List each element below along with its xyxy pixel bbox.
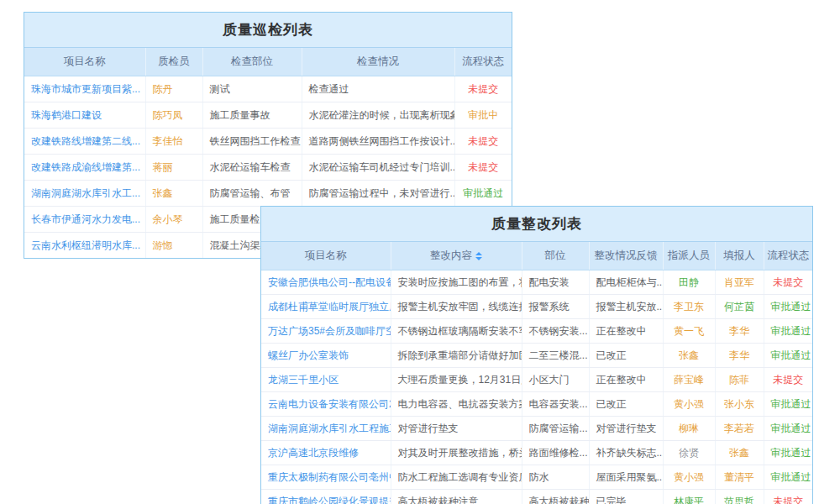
project-name-link[interactable]: 湖南洞庭湖水库引水工程施工...: [261, 417, 391, 441]
assignee-name: 李卫东: [663, 295, 715, 319]
feedback-cell: 已改正: [589, 392, 663, 417]
part-cell: 小区大门: [522, 368, 589, 392]
project-name-link[interactable]: 螺丝厂办公室装饰: [261, 344, 391, 368]
sort-descending-icon[interactable]: [475, 257, 482, 260]
project-name-link[interactable]: 改建铁路线增建第二线...: [24, 129, 145, 155]
rectification-header-row: 项目名称 整改内容 部位 整改情况反馈 指派人员 填报人 流程状态: [261, 242, 812, 270]
project-name-link[interactable]: 改建铁路成渝线增建第...: [24, 155, 145, 181]
feedback-cell: 已改正: [589, 344, 663, 368]
part-cell: 高大梧被栽种: [522, 490, 589, 504]
inspector-name: 游惚: [145, 233, 202, 259]
rectification-table-row[interactable]: 螺丝厂办公室装饰 拆除到承重墙部分请做好加固... 二至三楼混... 已改正 张…: [261, 344, 812, 368]
flow-status-badge: 未提交: [454, 76, 512, 102]
flow-status-badge: 审批通过: [764, 392, 812, 417]
project-name-link[interactable]: 珠海市城市更新项目紫...: [24, 76, 145, 102]
sort-icon[interactable]: [475, 252, 482, 260]
flow-status-badge: 审批通过: [764, 344, 812, 368]
project-name-link[interactable]: 重庆市鹅岭公园绿化景观提升...: [261, 490, 391, 504]
inspection-part-cell: 铁丝网围挡工作检查: [202, 129, 302, 155]
project-name-link[interactable]: 重庆太极制药有限公司亳州中...: [261, 465, 391, 490]
assignee-name: 徐贤: [663, 441, 715, 465]
rectify-content-cell: 安装时应按施工图的布置，将...: [391, 270, 522, 295]
inspection-table-row[interactable]: 珠海鹤港口建设 陈巧凤 施工质量事故 水泥砼灌注的时候，出现离析现象 审批中: [24, 102, 512, 129]
project-name-link[interactable]: 湖南洞庭湖水库引水工...: [24, 181, 145, 207]
reporter-name: 李华: [715, 344, 764, 368]
project-name-link[interactable]: 万达广场35#会所及咖啡厅空...: [261, 319, 391, 344]
inspection-part-cell: 防腐管运输、布管: [202, 181, 302, 207]
rectification-table-row[interactable]: 京沪高速北京段维修 对其及时开展整改措施，桥头... 路面维修检... 补齐缺失…: [261, 441, 812, 465]
flow-status-badge: 审批通过: [764, 465, 812, 490]
part-cell: 报警系统: [522, 295, 589, 319]
flow-status-badge: 审批通过: [764, 417, 812, 441]
assignee-name: 张鑫: [663, 344, 715, 368]
rectification-table: 项目名称 整改内容 部位 整改情况反馈 指派人员 填报人 流程状态 安徽合肥供电…: [261, 242, 812, 504]
rectification-table-row[interactable]: 龙湖三千里小区 大理石质量更换，12月31日之... 小区大门 正在整改中 薛宝…: [261, 368, 812, 392]
project-name-link[interactable]: 成都杜甫草堂临时展厅独立展...: [261, 295, 391, 319]
sort-ascending-icon[interactable]: [475, 252, 482, 255]
col-header-inspection-part: 检查部位: [202, 48, 302, 76]
rectify-content-cell: 对其及时开展整改措施，桥头...: [391, 441, 522, 465]
flow-status-badge: 审批通过: [764, 295, 812, 319]
flow-status-badge: 未提交: [764, 490, 812, 504]
rectification-table-row[interactable]: 万达广场35#会所及咖啡厅空... 不锈钢边框玻璃隔断安装不牢... 不锈钢安装…: [261, 319, 812, 344]
inspection-situation-cell: 检查通过: [302, 76, 454, 102]
inspection-table-row[interactable]: 改建铁路成渝线增建第... 蒋丽 水泥砼运输车检查 水泥砼运输车司机经过专门培训…: [24, 155, 512, 181]
rectification-table-row[interactable]: 成都杜甫草堂临时展厅独立展... 报警主机安放牢固，线缆连接... 报警系统 报…: [261, 295, 812, 319]
inspection-table-row[interactable]: 珠海市城市更新项目紫... 陈丹 测试 检查通过 未提交: [24, 76, 512, 102]
project-name-link[interactable]: 长春市伊通河水力发电...: [24, 207, 145, 233]
reporter-name: 张小东: [715, 392, 764, 417]
rectify-content-cell: 不锈钢边框玻璃隔断安装不牢...: [391, 319, 522, 344]
flow-status-badge: 未提交: [454, 155, 512, 181]
inspection-part-cell: 施工质量事故: [202, 102, 302, 129]
part-cell: 防水: [522, 465, 589, 490]
feedback-cell: 补齐缺失标志...: [589, 441, 663, 465]
part-cell: 二至三楼混...: [522, 344, 589, 368]
rectification-list-title: 质量整改列表: [261, 207, 812, 242]
project-name-link[interactable]: 京沪高速北京段维修: [261, 441, 391, 465]
rectify-content-cell: 拆除到承重墙部分请做好加固...: [391, 344, 522, 368]
col-header-inspection-situation: 检查情况: [302, 48, 454, 76]
inspection-table-row[interactable]: 改建铁路线增建第二线... 李佳怡 铁丝网围挡工作检查 道路两侧铁丝网围挡工作按…: [24, 129, 512, 155]
inspection-table-row[interactable]: 湖南洞庭湖水库引水工... 张鑫 防腐管运输、布管 防腐管运输过程中，未对管进行…: [24, 181, 512, 207]
col-header-rectify-content-label: 整改内容: [430, 249, 472, 261]
reporter-name: 张鑫: [715, 441, 764, 465]
reporter-name: 肖亚军: [715, 270, 764, 295]
flow-status-badge: 审批通过: [764, 319, 812, 344]
feedback-cell: 对管进行垫支: [589, 417, 663, 441]
project-name-link[interactable]: 云南电力设备安装有限公司20...: [261, 392, 391, 417]
part-cell: 电容器安装...: [522, 392, 589, 417]
inspection-list-title: 质量巡检列表: [24, 13, 512, 48]
col-header-part: 部位: [522, 242, 589, 270]
reporter-name: 范思哲: [715, 490, 764, 504]
inspection-situation-cell: 防腐管运输过程中，未对管进行...: [302, 181, 454, 207]
rectification-table-row[interactable]: 重庆市鹅岭公园绿化景观提升... 高大梧被栽种注意 高大梧被栽种 已完毕 林康平…: [261, 490, 812, 504]
project-name-link[interactable]: 云南水利枢纽潜明水库...: [24, 233, 145, 259]
flow-status-badge: 未提交: [764, 368, 812, 392]
assignee-name: 田静: [663, 270, 715, 295]
reporter-name: 李华: [715, 319, 764, 344]
reporter-name: 陈菲: [715, 368, 764, 392]
assignee-name: 柳琳: [663, 417, 715, 441]
rectification-table-row[interactable]: 云南电力设备安装有限公司20... 电力电容器、电抗器安装方案... 电容器安装…: [261, 392, 812, 417]
rectify-content-cell: 大理石质量更换，12月31日之...: [391, 368, 522, 392]
feedback-cell: 报警主机安放...: [589, 295, 663, 319]
project-name-link[interactable]: 龙湖三千里小区: [261, 368, 391, 392]
col-header-rectify-content[interactable]: 整改内容: [391, 242, 522, 270]
inspector-name: 张鑫: [145, 181, 202, 207]
project-name-link[interactable]: 安徽合肥供电公司--配电设备...: [261, 270, 391, 295]
col-header-assignee: 指派人员: [663, 242, 715, 270]
flow-status-badge: 未提交: [454, 129, 512, 155]
flow-status-badge: 未提交: [764, 270, 812, 295]
col-header-project-name: 项目名称: [261, 242, 391, 270]
assignee-name: 黄一飞: [663, 319, 715, 344]
rectification-table-row[interactable]: 重庆太极制药有限公司亳州中... 防水工程施工选调有专业资质... 防水 屋面采…: [261, 465, 812, 490]
rectification-table-row[interactable]: 安徽合肥供电公司--配电设备... 安装时应按施工图的布置，将... 配电安装 …: [261, 270, 812, 295]
rectify-content-cell: 防水工程施工选调有专业资质...: [391, 465, 522, 490]
feedback-cell: 已完毕: [589, 490, 663, 504]
project-name-link[interactable]: 珠海鹤港口建设: [24, 102, 145, 129]
inspector-name: 陈巧凤: [145, 102, 202, 129]
part-cell: 防腐管运输...: [522, 417, 589, 441]
col-header-project-name: 项目名称: [24, 48, 145, 76]
inspection-part-cell: 水泥砼运输车检查: [202, 155, 302, 181]
rectification-table-row[interactable]: 湖南洞庭湖水库引水工程施工... 对管进行垫支 防腐管运输... 对管进行垫支 …: [261, 417, 812, 441]
